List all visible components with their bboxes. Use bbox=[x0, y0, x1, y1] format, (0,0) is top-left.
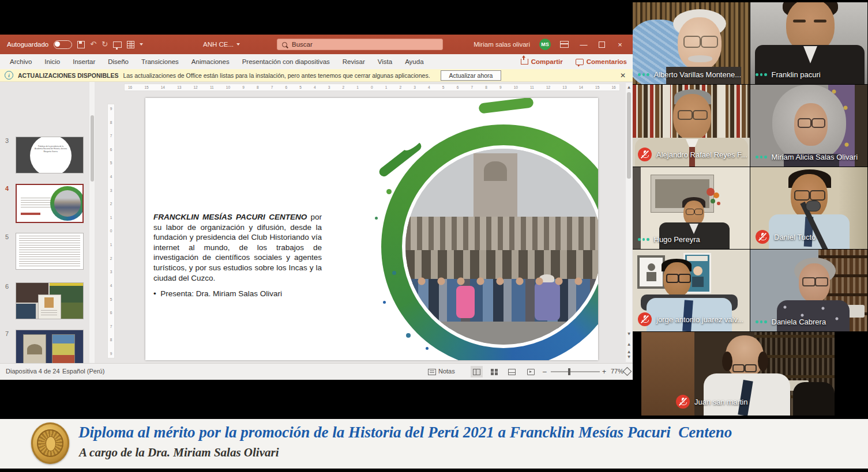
chair-back bbox=[793, 382, 835, 416]
thumb4-ring bbox=[50, 186, 84, 221]
zoom-out-icon[interactable]: – bbox=[543, 368, 547, 376]
mustache bbox=[688, 55, 712, 62]
slide-sorter-view-icon[interactable] bbox=[491, 369, 494, 372]
notes-label[interactable]: Notas bbox=[438, 368, 455, 375]
update-notification-bar: i ACTUALIZACIONES DISPONIBLES Las actual… bbox=[0, 69, 633, 82]
search-input[interactable] bbox=[291, 40, 420, 48]
share-button[interactable]: Compartir bbox=[521, 58, 563, 65]
thumb3-circle: Palabras de la presidenta de la Academia… bbox=[30, 137, 72, 173]
document-title[interactable]: ANH CE... bbox=[203, 35, 240, 54]
redo-icon[interactable]: ↻ bbox=[102, 35, 108, 54]
tab-insertar[interactable]: Insertar bbox=[66, 54, 102, 69]
zoom-level[interactable]: 77% bbox=[611, 368, 623, 375]
slide-thumbnail-5[interactable] bbox=[16, 233, 84, 270]
comment-icon bbox=[576, 59, 584, 65]
video-tile-hugo[interactable]: Hugo Pereyra bbox=[633, 167, 750, 249]
video-tile-juan[interactable]: Juan san martin bbox=[641, 332, 835, 416]
next-slide-icon[interactable]: ▼▼ bbox=[626, 353, 632, 360]
normal-view-icon[interactable] bbox=[473, 369, 480, 375]
video-tile-daniel[interactable]: Daniel Tucto bbox=[750, 167, 867, 249]
paint-splatter bbox=[383, 301, 386, 304]
ruler-tick-label: 7 bbox=[271, 85, 273, 89]
event-banner: Diploma al mérito por la promoción de la… bbox=[0, 419, 868, 469]
glasses bbox=[802, 277, 816, 286]
undo-icon[interactable]: ↶ bbox=[90, 35, 96, 54]
toggle-knob bbox=[55, 41, 60, 47]
video-tile-alberto[interactable]: Alberto Varillas Montene... bbox=[633, 2, 750, 84]
user-avatar[interactable]: MS bbox=[539, 39, 551, 50]
menu-tabs: Archivo Inicio Insertar Diseño Transicio… bbox=[0, 54, 430, 69]
ruler-tick-label: 1 bbox=[356, 85, 359, 89]
name-label-row: jorge antonio juarez valv... bbox=[638, 312, 743, 326]
slide-canvas[interactable]: FRANCKLIN MESÍAS PACURI CENTENO por su l… bbox=[145, 98, 598, 360]
zoom-slider[interactable] bbox=[551, 371, 600, 372]
photo-tower bbox=[474, 153, 517, 222]
close-button[interactable]: × bbox=[614, 40, 626, 49]
video-tile-franklin[interactable]: Franklin pacuri bbox=[750, 2, 867, 84]
tab-transiciones[interactable]: Transiciones bbox=[135, 54, 185, 69]
comments-button[interactable]: Comentarios bbox=[576, 58, 627, 65]
tab-diseno[interactable]: Diseño bbox=[102, 54, 135, 69]
thumb4-subtext bbox=[21, 213, 40, 215]
framed-picture bbox=[637, 255, 665, 289]
scrollbar-thumb[interactable] bbox=[627, 92, 631, 179]
video-tile-miriam[interactable]: Miriam Alicia Salas Olivari bbox=[750, 85, 867, 167]
fit-slide-icon[interactable] bbox=[623, 367, 632, 376]
video-tile-daniela[interactable]: Daniela Cabrera bbox=[750, 250, 867, 331]
mic-muted-icon bbox=[676, 395, 690, 409]
ribbon-options-icon[interactable] bbox=[560, 41, 569, 48]
search-box[interactable] bbox=[277, 39, 443, 50]
notes-icon[interactable] bbox=[428, 369, 436, 375]
tab-archivo[interactable]: Archivo bbox=[3, 54, 38, 69]
video-tile-jorge[interactable]: jorge antonio juarez valv... bbox=[633, 250, 750, 331]
slide-scrollbar[interactable]: ▲ ▼ ▲▲ ▼▼ bbox=[626, 83, 632, 362]
save-icon[interactable] bbox=[77, 41, 85, 48]
autosave-toggle[interactable] bbox=[54, 40, 72, 49]
zoom-in-icon[interactable]: + bbox=[602, 368, 606, 376]
name-label-row: Hugo Pereyra bbox=[638, 235, 700, 244]
thumb7-poster bbox=[23, 334, 46, 363]
ruler-tick-label: 9 bbox=[110, 352, 112, 356]
connection-dots-icon bbox=[756, 156, 767, 158]
tab-vista[interactable]: Vista bbox=[371, 54, 399, 69]
slideshow-view-icon[interactable] bbox=[527, 369, 535, 375]
connection-dots-icon bbox=[638, 73, 649, 76]
ruler-tick-label: 7 bbox=[110, 134, 112, 138]
slide-thumbnail-4-selected[interactable] bbox=[16, 184, 84, 223]
touch-mode-icon[interactable] bbox=[127, 41, 134, 48]
info-icon: i bbox=[5, 71, 13, 80]
scrollbar-thumb[interactable] bbox=[91, 115, 94, 182]
ruler-tick-label: 6 bbox=[457, 85, 459, 89]
slide-thumbnail-3[interactable]: Palabras de la presidenta de la Academia… bbox=[16, 137, 84, 173]
tab-animaciones[interactable]: Animaciones bbox=[185, 54, 236, 69]
user-name[interactable]: Miriam salas olivari bbox=[474, 41, 530, 48]
previous-slide-icon[interactable]: ▲▲ bbox=[626, 340, 632, 348]
slide-thumbnail-7[interactable] bbox=[16, 330, 84, 363]
language-indicator[interactable]: Español (Perú) bbox=[62, 368, 104, 375]
zoom-slider-thumb[interactable] bbox=[568, 368, 570, 375]
minimize-button[interactable]: — bbox=[578, 40, 589, 49]
start-slideshow-icon[interactable] bbox=[113, 41, 122, 48]
ruler-tick-label: 0 bbox=[110, 229, 112, 233]
update-now-button[interactable]: Actualizar ahora bbox=[441, 70, 502, 81]
tab-ayuda[interactable]: Ayuda bbox=[399, 54, 430, 69]
restore-button[interactable] bbox=[599, 41, 605, 48]
scroll-down-icon[interactable]: ▼ bbox=[626, 330, 632, 337]
notification-close-icon[interactable]: ✕ bbox=[620, 71, 626, 80]
tab-presentacion[interactable]: Presentación con diapositivas bbox=[236, 54, 336, 69]
ruler-tick-label: 5 bbox=[110, 297, 112, 301]
slide-thumbnail-6[interactable] bbox=[16, 282, 84, 319]
participant-name: Daniel Tucto bbox=[774, 233, 816, 241]
tab-revisar[interactable]: Revisar bbox=[336, 54, 371, 69]
thumbnail-scrollbar[interactable] bbox=[89, 82, 95, 363]
customize-qat-icon[interactable] bbox=[140, 43, 143, 46]
slide-indicator[interactable]: Diapositiva 4 de 24 bbox=[6, 368, 60, 375]
ruler-tick-label: 11 bbox=[210, 85, 214, 89]
tab-inicio[interactable]: Inicio bbox=[38, 54, 66, 69]
ruler-tick-label: 13 bbox=[177, 85, 181, 89]
ruler-tick-label: 5 bbox=[110, 161, 112, 165]
connection-dots-icon bbox=[638, 238, 649, 241]
reading-view-icon[interactable] bbox=[508, 369, 516, 375]
scroll-up-icon[interactable]: ▲ bbox=[626, 83, 632, 90]
video-tile-alejandro[interactable]: Alejandro Rafael Reyes F... bbox=[633, 85, 750, 167]
